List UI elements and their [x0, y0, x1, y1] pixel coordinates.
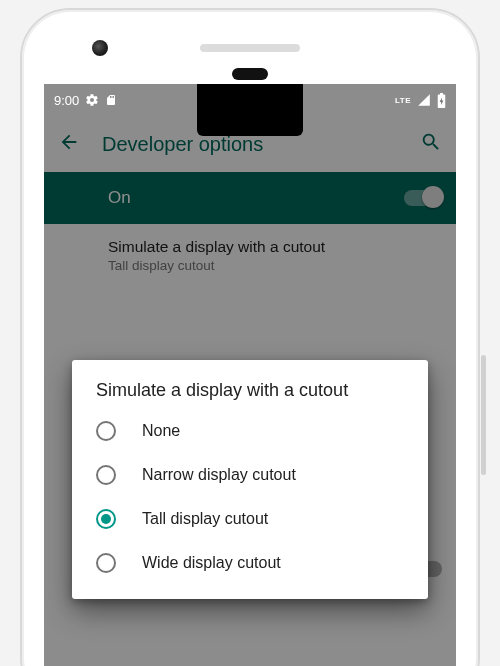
lte-indicator: LTE: [395, 96, 411, 105]
battery-icon: [437, 93, 446, 108]
radio-label: Tall display cutout: [142, 510, 268, 528]
phone-bezel: 9:00 LTE: [44, 30, 456, 666]
master-switch-label: On: [108, 188, 131, 208]
radio-option-narrow[interactable]: Narrow display cutout: [72, 453, 428, 497]
radio-label: Wide display cutout: [142, 554, 281, 572]
front-camera: [92, 40, 108, 56]
master-switch-toggle[interactable]: [404, 190, 442, 206]
radio-option-tall[interactable]: Tall display cutout: [72, 497, 428, 541]
sd-card-icon: [105, 93, 117, 107]
radio-label: Narrow display cutout: [142, 466, 296, 484]
radio-icon: [96, 553, 116, 573]
setting-subtitle: Tall display cutout: [108, 258, 436, 273]
radio-option-wide[interactable]: Wide display cutout: [72, 541, 428, 585]
phone-side-button: [481, 355, 486, 475]
status-clock: 9:00: [54, 93, 79, 108]
radio-icon: [96, 421, 116, 441]
back-button[interactable]: [58, 131, 80, 157]
radio-option-none[interactable]: None: [72, 409, 428, 453]
settings-status-icon: [85, 93, 99, 107]
signal-icon: [417, 93, 431, 107]
cutout-setting-row[interactable]: Simulate a display with a cutout Tall di…: [44, 224, 456, 287]
dialog-title: Simulate a display with a cutout: [72, 380, 428, 409]
device-screen: 9:00 LTE: [44, 84, 456, 666]
cutout-dialog: Simulate a display with a cutout None Na…: [72, 360, 428, 599]
proximity-sensor: [232, 68, 268, 80]
setting-title: Simulate a display with a cutout: [108, 238, 436, 256]
radio-label: None: [142, 422, 180, 440]
speaker-grille: [200, 44, 300, 52]
radio-icon: [96, 509, 116, 529]
radio-icon: [96, 465, 116, 485]
search-button[interactable]: [420, 131, 442, 157]
master-switch-row[interactable]: On: [44, 172, 456, 224]
simulated-display-cutout: [197, 84, 303, 136]
phone-frame: 9:00 LTE: [20, 8, 480, 666]
